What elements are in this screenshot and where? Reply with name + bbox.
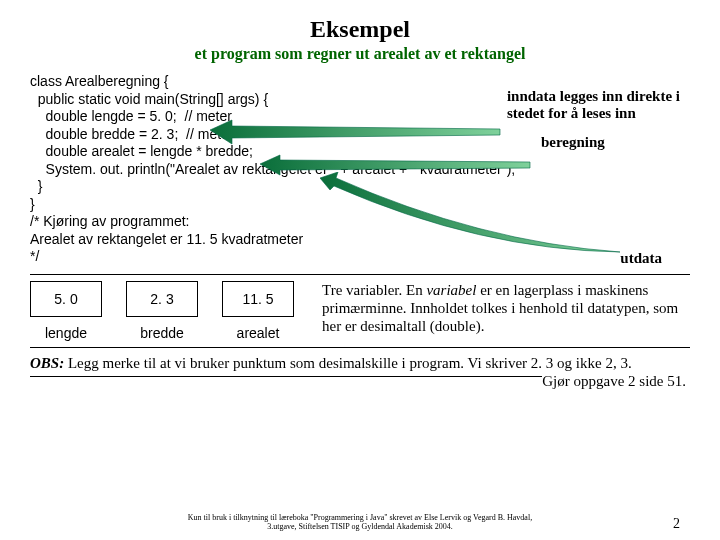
obs-block: OBS: Legg merke til at vi bruker punktum…: [30, 354, 690, 373]
annot-utdata: utdata: [620, 250, 662, 267]
obs-text: Legg merke til at vi bruker punktum som …: [68, 355, 632, 371]
variables-explanation: Tre variabler. En variabel er en lagerpl…: [322, 281, 690, 335]
var-box-lengde: 5. 0: [30, 281, 102, 317]
var-bredde: 2. 3 bredde: [126, 281, 198, 341]
divider-2: [30, 347, 690, 348]
annot-inndata-line1: inndata legges inn direkte i: [507, 88, 680, 104]
var-lengde: 5. 0 lengde: [30, 281, 102, 341]
var-label-arealet: arealet: [237, 325, 280, 341]
page-subtitle: et program som regner ut arealet av et r…: [30, 45, 690, 63]
page-title: Eksempel: [30, 16, 690, 43]
var-label-lengde: lengde: [45, 325, 87, 341]
var-arealet: 11. 5 arealet: [222, 281, 294, 341]
var-box-bredde: 2. 3: [126, 281, 198, 317]
variables-row: 5. 0 lengde 2. 3 bredde 11. 5 arealet Tr…: [30, 281, 690, 341]
var-label-bredde: bredde: [140, 325, 184, 341]
page-number: 2: [673, 516, 680, 532]
annotation-group: inndata legges inn direkte i stedet for …: [507, 88, 680, 151]
annot-beregning: beregning: [541, 134, 680, 151]
obs-task: Gjør oppgave 2 side 51.: [542, 372, 686, 391]
divider-1: [30, 274, 690, 275]
annot-inndata-line2: stedet for å leses inn: [507, 105, 636, 121]
footer-line1: Kun til bruk i tilknytning til læreboka …: [188, 513, 532, 522]
divider-3: [30, 376, 542, 377]
var-box-arealet: 11. 5: [222, 281, 294, 317]
footer-line2: 3.utgave, Stiftelsen TISIP og Gyldendal …: [267, 522, 453, 531]
obs-label: OBS:: [30, 355, 64, 371]
footer: Kun til bruk i tilknytning til læreboka …: [0, 514, 720, 532]
